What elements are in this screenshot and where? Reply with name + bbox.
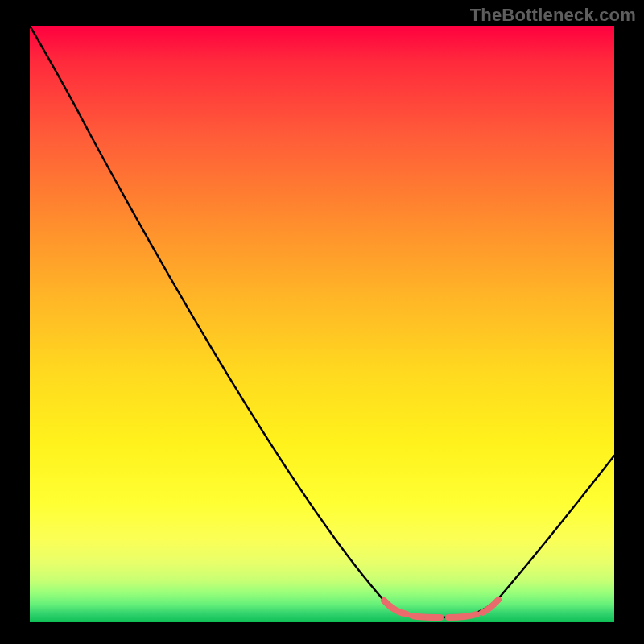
curve-highlight bbox=[384, 600, 498, 617]
watermark-text: TheBottleneck.com bbox=[470, 5, 636, 26]
curve-line bbox=[30, 26, 614, 617]
chart-container: TheBottleneck.com bbox=[0, 0, 644, 644]
bottleneck-curve bbox=[30, 26, 614, 622]
